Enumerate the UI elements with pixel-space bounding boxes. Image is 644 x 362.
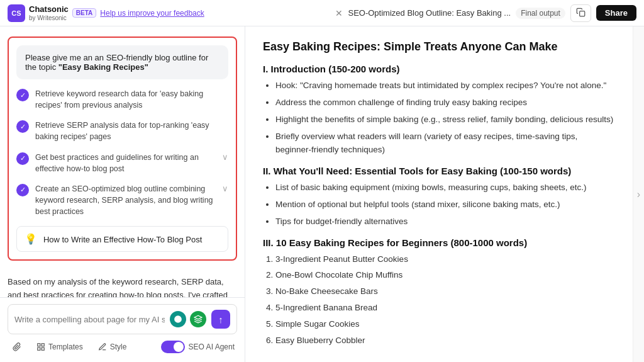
style-button[interactable]: Style [96,341,130,353]
section-title-3: III. 10 Easy Baking Recipes for Beginner… [263,237,615,248]
app-sub: by Writesonic [29,14,69,21]
templates-icon [36,342,45,351]
how-to-title: How to Write an Effective How-To Blog Po… [43,235,202,244]
svg-rect-3 [42,344,44,346]
top-bar: CS Chatsonic by Writesonic BETA Help us … [0,0,644,26]
final-output-badge: Final output [516,8,565,19]
app-name: Chatsonic [29,4,69,14]
main-content: Please give me an an SEO-friendly blog o… [0,26,644,362]
seo-agent-toggle[interactable] [161,341,185,353]
logo-area: CS Chatsonic by Writesonic BETA Help us … [8,4,204,22]
list-item: Hook: "Craving homemade treats but intim… [275,79,615,93]
list-item: Mention of optional but helpful tools (s… [275,198,615,212]
input-icons [170,311,206,327]
list-item: 3-Ingredient Peanut Butter Cookies [275,253,615,266]
seo-agent-label: SEO AI Agent [189,342,235,351]
step-3: ✓ Get best practices and guidelines for … [16,152,228,174]
step-2: ✓ Retrieve SERP analysis data for top-ra… [16,120,228,142]
list-item: No-Bake Cheesecake Bars [275,285,615,298]
chevron-icon-3[interactable]: ∨ [222,152,228,162]
step-text-1: Retrieve keyword research data for 'easy… [35,88,228,111]
step-1: ✓ Retrieve keyword research data for 'ea… [16,88,228,111]
section-title-1: I. Introduction (150-200 words) [263,64,615,74]
step-check-icon-2: ✓ [16,120,29,133]
step-text-3: Get best practices and guidelines for wr… [35,152,216,174]
seo-agent-toggle-wrapper: SEO AI Agent [161,341,235,353]
input-area: ↑ Templates Style SEO AI Agent [0,297,245,362]
chevron-icon-4[interactable]: ∨ [222,184,228,193]
list-item: Simple Sugar Cookies [275,318,615,331]
list-item: Briefly overview what readers will learn… [275,130,615,157]
how-to-card[interactable]: 💡 How to Write an Effective How-To Blog … [16,226,228,252]
teal-icon[interactable] [170,311,186,327]
list-item: Tips for budget-friendly alternatives [275,215,615,229]
left-panel: Please give me an an SEO-friendly blog o… [0,26,245,362]
doc-title: Easy Baking Recipes: Simple Treats Anyon… [263,39,615,55]
chat-area: Please give me an an SEO-friendly blog o… [0,26,245,297]
green-icon[interactable] [190,311,206,327]
chat-input[interactable] [14,315,165,324]
step-text-4: Create an SEO-optimized blog outline com… [35,183,216,217]
paperclip-icon [13,342,21,351]
tab-title: SEO-Optimized Blog Outline: Easy Baking … [348,8,511,18]
style-icon [98,342,107,351]
list-item: One-Bowl Chocolate Chip Muffins [275,269,615,282]
right-panel: Easy Baking Recipes: Simple Treats Anyon… [245,26,633,362]
beta-badge: BETA [72,8,96,18]
lightbulb-icon: 💡 [25,234,37,244]
list-item: List of basic baking equipment (mixing b… [275,181,615,195]
top-bar-right: ✕ SEO-Optimized Blog Outline: Easy Bakin… [335,4,636,22]
svg-rect-0 [579,11,584,16]
list-item: Highlight the benefits of simple baking … [275,113,615,127]
send-button[interactable]: ↑ [211,310,230,329]
input-row: ↑ [8,304,237,334]
feedback-link[interactable]: Help us improve your feedback [100,9,204,18]
list-item: Easy Blueberry Cobbler [275,334,615,348]
app-name-block: Chatsonic by Writesonic [29,4,69,21]
svg-rect-2 [38,344,40,346]
list-item: 5-Ingredient Banana Bread [275,302,615,315]
step-check-icon-4: ✓ [16,184,29,196]
step-check-icon-1: ✓ [16,89,29,101]
templates-button[interactable]: Templates [34,341,86,353]
section-2-list: List of basic baking equipment (mixing b… [263,181,615,229]
svg-rect-5 [42,348,44,350]
section-1-list: Hook: "Craving homemade treats but intim… [263,79,615,157]
share-button[interactable]: Share [596,5,636,21]
user-message: Please give me an an SEO-friendly blog o… [16,45,228,79]
section-title-2: II. What You'll Need: Essential Tools fo… [263,166,615,176]
bottom-bar: Templates Style SEO AI Agent [8,339,237,358]
copy-button[interactable] [570,4,591,22]
tab-close-icon[interactable]: ✕ [335,8,343,18]
copy-icon [576,8,586,17]
attach-button[interactable] [10,341,24,353]
step-4: ✓ Create an SEO-optimized blog outline c… [16,183,228,217]
section-3-list: 3-Ingredient Peanut Butter Cookies One-B… [263,253,615,348]
right-scroll-hint[interactable]: › [633,26,644,362]
svg-rect-4 [38,348,40,350]
logo-icon: CS [8,4,25,22]
step-text-2: Retrieve SERP analysis data for top-rank… [35,120,228,142]
list-item: Address the common challenge of finding … [275,96,615,110]
highlight-box: Please give me an an SEO-friendly blog o… [8,37,237,261]
step-check-icon-3: ✓ [16,152,29,165]
assistant-text: Based on my analysis of the keyword rese… [8,271,237,297]
